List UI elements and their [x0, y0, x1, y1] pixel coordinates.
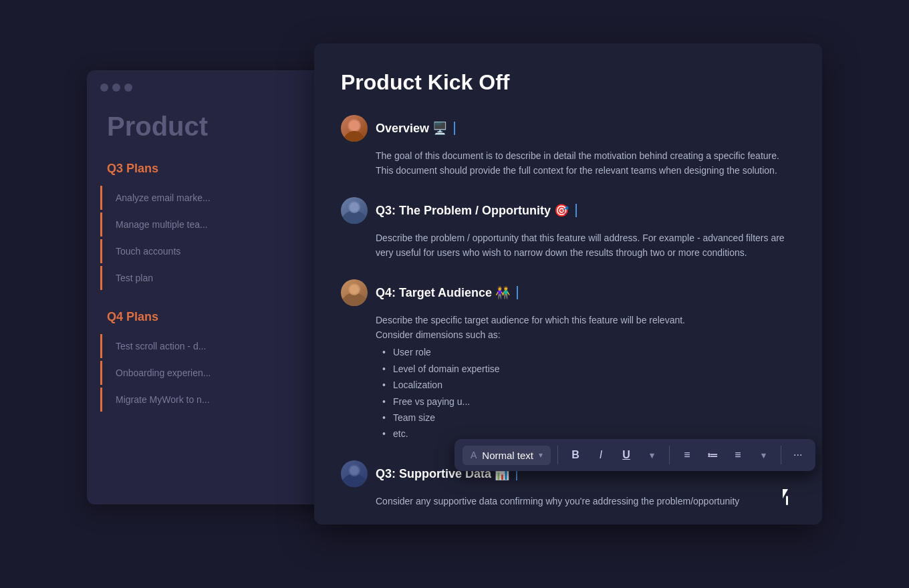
svg-point-1 — [344, 131, 365, 142]
section-overview-heading: Overview 🖥️ — [376, 121, 455, 136]
bullet-1: User role — [382, 345, 795, 359]
svg-point-2 — [349, 120, 360, 131]
section-problem: Q3: The Problem / Opportunity 🎯 Describe… — [341, 197, 795, 261]
italic-button[interactable]: I — [590, 444, 612, 466]
section-audience-heading: Q4: Target Audience 👫 — [376, 285, 518, 300]
more-options-button[interactable]: ··· — [788, 445, 807, 465]
text-style-a-icon: A — [471, 450, 477, 460]
section-problem-body: Describe the problem / opportunity that … — [341, 231, 795, 261]
more-dots-icon: ··· — [793, 449, 802, 461]
dot-2 — [112, 84, 120, 92]
avatar-audience — [341, 279, 368, 306]
audience-body-line-1: Describe the specific target audience fo… — [376, 313, 795, 327]
dot-1 — [100, 84, 108, 92]
bullet-5: Team size — [382, 410, 795, 425]
audience-body-line-2: Consider dimensions such as: — [376, 327, 795, 342]
underline-button[interactable]: U — [616, 444, 637, 466]
toolbar-divider-3 — [781, 446, 781, 464]
cursor-bar-1 — [454, 122, 455, 135]
bullet-2: Level of domain expertise — [382, 361, 795, 376]
toolbar-divider-1 — [557, 446, 558, 464]
text-style-label: Normal text — [482, 450, 533, 461]
bullet-list-button[interactable]: ≡ — [676, 444, 698, 466]
bullet-4: Free vs paying u... — [382, 394, 795, 409]
section-audience-body: Describe the specific target audience fo… — [341, 313, 795, 442]
bold-button[interactable]: B — [565, 444, 586, 466]
svg-point-5 — [350, 202, 359, 212]
bullet-3: Localization — [382, 378, 795, 392]
section-audience: Q4: Target Audience 👫 Describe the speci… — [341, 279, 795, 442]
mouse-cursor — [783, 489, 799, 508]
align-more-button[interactable]: ▾ — [753, 444, 774, 466]
section-overview-header: Overview 🖥️ — [341, 115, 795, 142]
avatar-overview — [341, 115, 368, 142]
text-more-options-button[interactable]: ▾ — [641, 444, 662, 466]
align-button[interactable]: ≡ — [727, 444, 749, 466]
dot-3 — [124, 84, 132, 92]
avatar-problem — [341, 197, 368, 224]
scene: Product Q3 Plans Analyze email marke... … — [87, 43, 822, 545]
text-style-chevron-icon: ▾ — [539, 450, 543, 460]
avatar-data — [341, 460, 368, 487]
section-data-body: Consider any supportive data confirming … — [341, 494, 795, 508]
section-problem-header: Q3: The Problem / Opportunity 🎯 — [341, 197, 795, 224]
cursor-bar-2 — [575, 204, 577, 217]
text-style-selector[interactable]: A Normal text ▾ — [463, 446, 551, 465]
section-overview: Overview 🖥️ The goal of this document is… — [341, 115, 795, 178]
svg-point-8 — [350, 285, 359, 294]
section-overview-body: The goal of this document is to describe… — [341, 148, 795, 178]
section-audience-header: Q4: Target Audience 👫 — [341, 279, 795, 306]
numbered-list-button[interactable]: ≔ — [702, 444, 723, 466]
document-title: Product Kick Off — [341, 70, 795, 95]
formatting-toolbar: A Normal text ▾ B I U ▾ ≡ ≔ ≡ ▾ ··· — [454, 439, 815, 471]
svg-point-11 — [350, 466, 359, 475]
section-problem-heading: Q3: The Problem / Opportunity 🎯 — [376, 203, 577, 218]
main-document-card: Product Kick Off Overview 🖥️ The goal of… — [314, 43, 822, 525]
cursor-bar-3 — [517, 286, 518, 299]
toolbar-divider-2 — [669, 446, 670, 464]
audience-bullet-list: User role Level of domain expertise Loca… — [376, 345, 795, 441]
